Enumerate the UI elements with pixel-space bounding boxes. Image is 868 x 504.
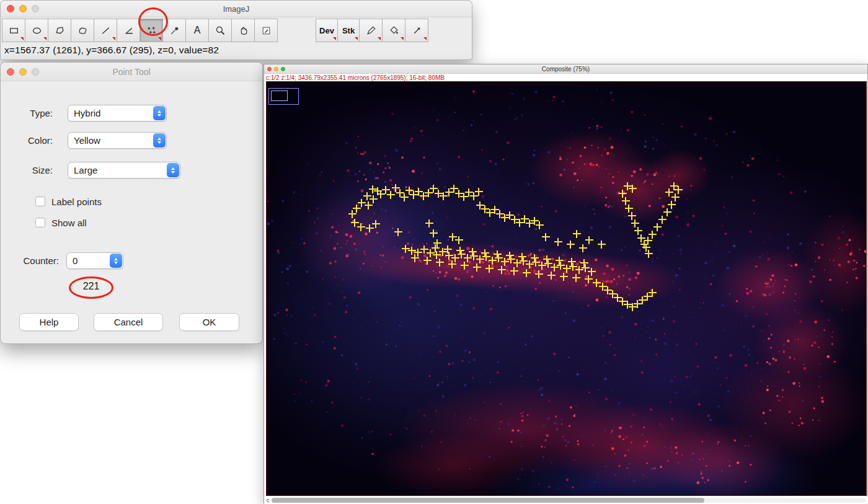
pencil-icon: [366, 25, 376, 36]
text-icon: A: [194, 25, 201, 36]
type-dropdown[interactable]: Hybrid: [68, 105, 167, 122]
counter-dropdown-value: 0: [67, 255, 110, 266]
point-marker: [658, 216, 666, 224]
point-marker: [470, 252, 478, 260]
magnifier-icon: [215, 25, 226, 36]
point-marker: [547, 272, 556, 280]
point-marker: [456, 247, 464, 255]
point-marker: [458, 250, 466, 259]
point-marker: [665, 188, 673, 197]
angle-tool-button[interactable]: [117, 19, 140, 42]
point-marker: [411, 254, 419, 262]
point-marker: [516, 219, 524, 227]
point-marker: [464, 254, 472, 262]
point-marker: [382, 186, 390, 194]
point-marker: [634, 227, 642, 235]
point-marker: [554, 238, 562, 246]
channel-scrollbar-thumb[interactable]: [272, 498, 704, 503]
point-marker: [445, 188, 453, 197]
point-marker: [624, 301, 632, 309]
point-marker: [358, 199, 366, 207]
point-marker: [430, 229, 438, 237]
show-all-label: Show all: [51, 218, 87, 228]
help-button[interactable]: Help: [19, 313, 79, 331]
dev-menu-tool-button[interactable]: Dev: [316, 19, 338, 42]
point-marker: [551, 263, 559, 272]
line-tool-button[interactable]: [94, 19, 117, 42]
point-marker: [639, 296, 647, 304]
zoom-tool-button[interactable]: [208, 19, 232, 42]
point-marker: [402, 245, 410, 253]
point-marker: [560, 273, 568, 281]
point-marker: [486, 209, 494, 217]
point-marker: [609, 290, 617, 298]
rectangle-tool-button[interactable]: [2, 19, 25, 42]
point-marker: [455, 236, 463, 244]
point-marker: [536, 221, 544, 229]
stk-menu-tool-button[interactable]: Stk: [337, 19, 360, 42]
label-points-checkbox[interactable]: [35, 197, 45, 206]
point-marker: [489, 257, 497, 265]
flood-fill-tool-button[interactable]: [382, 19, 405, 42]
point-marker: [392, 184, 400, 192]
color-dropdown-value: Yellow: [68, 135, 153, 146]
point-marker: [563, 265, 571, 273]
point-marker: [366, 224, 374, 232]
composite-titlebar: Composite (75%): [264, 64, 867, 74]
color-dropdown[interactable]: Yellow: [68, 132, 167, 149]
point-marker: [440, 192, 448, 200]
arrow-tool-button[interactable]: [405, 19, 428, 42]
size-dropdown[interactable]: Large: [68, 162, 180, 179]
point-marker: [575, 266, 583, 274]
point-marker: [465, 188, 473, 197]
imagej-toolbar: A Dev Stk: [2, 19, 428, 42]
marker-layer: [267, 82, 866, 495]
point-marker: [573, 230, 581, 238]
point-marker: [506, 252, 514, 260]
point-marker: [579, 244, 587, 252]
point-marker: [580, 259, 588, 267]
point-marker: [420, 192, 428, 200]
image-info-line: c:1/2 z:1/4; 3436.79x2355.41 microns (27…: [266, 74, 445, 81]
point-marker: [425, 189, 433, 197]
point-marker: [351, 219, 359, 227]
imagej-window: ImageJ: [0, 0, 472, 60]
point-tool-dialog: Point Tool Type: Hybrid Color: Yellow Si…: [0, 62, 263, 344]
freehand-tool-button[interactable]: [71, 19, 94, 42]
point-marker: [628, 212, 636, 220]
polygon-tool-button[interactable]: [48, 19, 71, 42]
point-marker: [450, 185, 458, 193]
point-marker: [567, 241, 575, 249]
point-marker: [653, 223, 662, 231]
point-marker: [444, 245, 452, 254]
label-points-label: Label points: [51, 197, 102, 207]
point-marker: [614, 294, 622, 302]
point-marker: [495, 254, 503, 262]
point-marker: [348, 210, 356, 218]
oval-tool-button[interactable]: [25, 19, 48, 42]
point-marker: [518, 253, 526, 261]
point-marker: [451, 254, 459, 262]
pencil-tool-button[interactable]: [359, 19, 383, 42]
ok-button[interactable]: OK: [179, 313, 239, 331]
type-label: Type:: [13, 105, 53, 122]
cancel-button[interactable]: Cancel: [94, 313, 163, 331]
text-tool-button[interactable]: A: [185, 19, 209, 42]
counter-dropdown[interactable]: 0: [66, 252, 123, 269]
show-all-checkbox[interactable]: [35, 218, 45, 228]
point-marker: [448, 260, 456, 268]
channel-scrollbar-track[interactable]: [272, 498, 866, 503]
point-marker: [598, 241, 606, 249]
point-marker: [387, 191, 395, 199]
point-marker: [619, 298, 627, 306]
point-marker: [491, 206, 499, 214]
point-marker: [370, 195, 378, 203]
hand-tool-button[interactable]: [231, 19, 255, 42]
point-marker: [469, 248, 477, 256]
freehand-icon: [78, 25, 88, 36]
point-marker: [642, 244, 650, 252]
point-marker: [556, 257, 564, 265]
image-area: [266, 81, 867, 496]
color-picker-tool-button[interactable]: [254, 19, 278, 42]
dropdown-chevrons-icon: [153, 133, 166, 148]
